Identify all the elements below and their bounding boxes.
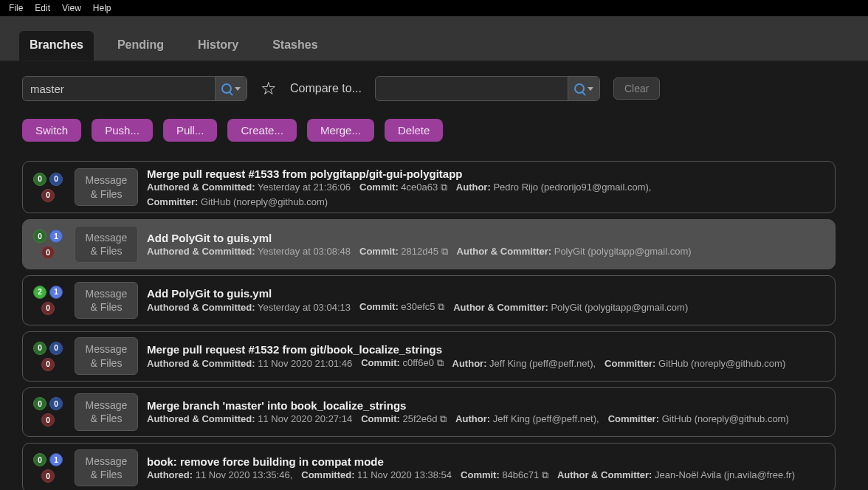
- meta-segment: Committed: 11 Nov 2020 13:38:54: [301, 469, 452, 480]
- commit-row[interactable]: 010Message& FilesAdd PolyGit to guis.yml…: [22, 219, 836, 269]
- copy-icon[interactable]: ⧉: [542, 469, 548, 480]
- commit-meta: Authored: 11 Nov 2020 13:35:46,Committed…: [147, 469, 827, 481]
- badge-green: 0: [33, 397, 46, 410]
- branch-toolbar: ☆ Compare to... Clear: [22, 76, 846, 101]
- tab-bar: BranchesPendingHistoryStashes: [0, 16, 868, 61]
- badge-blue: 0: [49, 342, 63, 355]
- message-files-button[interactable]: Message& Files: [75, 226, 138, 263]
- meta-segment: Author & Committer: PolyGit (polygitapp@…: [453, 302, 688, 313]
- meta-segment: Committer: GitHub (noreply@github.com): [608, 413, 789, 424]
- copy-icon[interactable]: ⧉: [441, 246, 448, 257]
- meta-commit-hash: Commit: c0ff6e0 ⧉: [361, 357, 443, 369]
- meta-commit-hash: Commit: 25f2e6d ⧉: [361, 413, 447, 425]
- meta-segment: Authored & Committed: 11 Nov 2020 21:01:…: [147, 358, 352, 369]
- delete-button[interactable]: Delete: [385, 119, 443, 142]
- merge-button[interactable]: Merge...: [307, 119, 374, 142]
- search-icon: [221, 83, 232, 94]
- commit-info: Merge pull request #1532 from git/book_l…: [147, 343, 827, 369]
- branch-action-row: SwitchPush...Pull...Create...Merge...Del…: [22, 119, 846, 142]
- meta-segment: Committer: GitHub (noreply@github.com): [604, 358, 785, 369]
- commit-meta: Authored & Committed: 11 Nov 2020 20:27:…: [147, 413, 827, 425]
- message-files-button[interactable]: Message& Files: [75, 168, 138, 205]
- commit-list: 000Message& FilesMerge pull request #153…: [22, 161, 846, 490]
- badge-blue: 1: [49, 453, 63, 466]
- copy-icon[interactable]: ⧉: [438, 301, 444, 312]
- commit-info: Add PolyGit to guis.ymlAuthored & Commit…: [147, 287, 827, 313]
- meta-segment: Author & Committer: PolyGit (polygitapp@…: [457, 246, 692, 257]
- branch-search-input[interactable]: [23, 77, 215, 100]
- badge-blue: 0: [49, 397, 63, 410]
- commit-meta: Authored & Committed: Yesterday at 21:36…: [147, 182, 827, 207]
- badge-red: 0: [41, 246, 55, 259]
- commit-badges: 000: [30, 342, 66, 371]
- clear-button[interactable]: Clear: [613, 77, 660, 100]
- message-files-button[interactable]: Message& Files: [75, 449, 138, 486]
- menu-edit[interactable]: Edit: [29, 1, 56, 15]
- commit-meta: Authored & Committed: Yesterday at 03:08…: [147, 246, 827, 258]
- tab-stashes[interactable]: Stashes: [262, 31, 328, 61]
- compare-label: Compare to...: [290, 82, 362, 95]
- meta-segment: Authored & Committed: 11 Nov 2020 20:27:…: [147, 413, 352, 424]
- commit-title: Add PolyGit to guis.yml: [147, 232, 827, 244]
- meta-segment: Author: Jeff King (peff@peff.net),: [452, 358, 596, 369]
- commit-badges: 210: [30, 286, 66, 315]
- menu-view[interactable]: View: [56, 1, 87, 15]
- commit-info: Add PolyGit to guis.ymlAuthored & Commit…: [147, 232, 827, 258]
- commit-row[interactable]: 000Message& FilesMerge pull request #153…: [22, 161, 836, 213]
- branch-search-button[interactable]: [215, 77, 247, 100]
- tab-history[interactable]: History: [187, 31, 249, 61]
- compare-search-input[interactable]: [376, 77, 568, 100]
- tab-branches[interactable]: Branches: [19, 31, 94, 61]
- badge-red: 0: [41, 413, 55, 427]
- push-button[interactable]: Push...: [92, 119, 153, 142]
- meta-segment: Author: Jeff King (peff@peff.net),: [455, 413, 599, 424]
- menubar: FileEditViewHelp: [0, 0, 868, 16]
- tab-pending[interactable]: Pending: [107, 31, 174, 61]
- commit-meta: Authored & Committed: 11 Nov 2020 21:01:…: [147, 357, 827, 369]
- pull-button[interactable]: Pull...: [163, 119, 218, 142]
- message-files-button[interactable]: Message& Files: [75, 393, 138, 430]
- menu-help[interactable]: Help: [87, 1, 117, 15]
- badge-green: 0: [33, 453, 46, 466]
- badge-blue: 1: [49, 286, 63, 299]
- search-icon: [574, 83, 585, 94]
- meta-commit-hash: Commit: e30efc5 ⧉: [359, 301, 444, 313]
- badge-green: 0: [33, 342, 46, 355]
- badge-red: 0: [41, 358, 55, 371]
- favorite-star-icon[interactable]: ☆: [261, 78, 277, 99]
- commit-title: Merge pull request #1533 from polygitapp…: [147, 168, 827, 180]
- commit-title: Merge pull request #1532 from git/book_l…: [147, 343, 827, 356]
- create-button[interactable]: Create...: [227, 119, 297, 142]
- chevron-down-icon: [235, 87, 241, 91]
- commit-info: Merge branch 'master' into book_localize…: [147, 399, 827, 425]
- meta-segment: Committer: GitHub (noreply@github.com): [147, 196, 328, 207]
- menu-file[interactable]: File: [3, 1, 29, 15]
- commit-row[interactable]: 000Message& FilesMerge pull request #153…: [22, 331, 836, 382]
- copy-icon[interactable]: ⧉: [437, 357, 444, 368]
- meta-segment: Authored & Committed: Yesterday at 03:04…: [147, 302, 351, 313]
- badge-green: 2: [33, 286, 46, 299]
- meta-commit-hash: Commit: 2812d45 ⧉: [359, 246, 448, 258]
- commit-info: Merge pull request #1533 from polygitapp…: [147, 168, 827, 207]
- commit-row[interactable]: 010Message& Filesbook: remove force buil…: [22, 443, 836, 490]
- meta-commit-hash: Commit: 84b6c71 ⧉: [461, 469, 548, 481]
- switch-button[interactable]: Switch: [22, 119, 81, 142]
- message-files-button[interactable]: Message& Files: [75, 282, 138, 319]
- meta-segment: Author & Committer: Jean-Noël Avila (jn.…: [557, 469, 795, 480]
- badge-red: 0: [41, 469, 55, 483]
- commit-badges: 010: [30, 230, 66, 259]
- compare-search: [375, 76, 600, 101]
- commit-title: Merge branch 'master' into book_localize…: [147, 399, 827, 412]
- badge-blue: 1: [49, 230, 63, 243]
- commit-row[interactable]: 000Message& FilesMerge branch 'master' i…: [22, 387, 836, 438]
- message-files-button[interactable]: Message& Files: [75, 337, 138, 374]
- meta-commit-hash: Commit: 4ce0a63 ⧉: [359, 182, 447, 193]
- meta-segment: Authored & Committed: Yesterday at 21:36…: [147, 182, 351, 193]
- commit-row[interactable]: 210Message& FilesAdd PolyGit to guis.yml…: [22, 275, 836, 325]
- copy-icon[interactable]: ⧉: [441, 182, 447, 193]
- commit-title: Add PolyGit to guis.yml: [147, 287, 827, 300]
- copy-icon[interactable]: ⧉: [440, 413, 447, 424]
- commit-title: book: remove force building in compat mo…: [147, 455, 827, 468]
- compare-search-button[interactable]: [568, 77, 599, 100]
- commit-badges: 000: [30, 397, 66, 427]
